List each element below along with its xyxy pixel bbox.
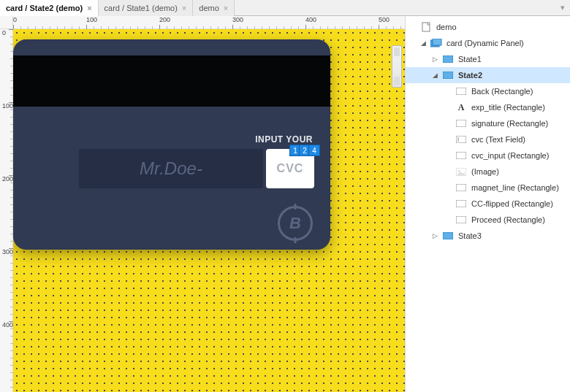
shape-icon: [455, 134, 467, 145]
outline-label: (Image): [470, 167, 499, 176]
outline-label: demo: [435, 23, 457, 31]
bitcoin-logo-icon: B: [278, 206, 313, 241]
outline-item-ccf[interactable]: CC-flipped (Rectangle): [406, 196, 570, 212]
main-split: 0100200300400500 0100200300400500 INPUT …: [0, 16, 570, 392]
tab-state2[interactable]: card / State2 (demo) ×: [0, 0, 99, 16]
canvas-pane: 0100200300400500 0100200300400500 INPUT …: [0, 16, 406, 392]
svg-point-11: [458, 169, 460, 172]
shape-icon: [455, 118, 467, 128]
outline-label: Back (Rectangle): [470, 87, 533, 96]
ruler-tick: 400: [2, 321, 13, 328]
ruler-tick: 200: [159, 16, 170, 23]
signature-box[interactable]: Mr.Doe-: [79, 149, 263, 188]
page-icon: [420, 22, 432, 32]
svg-rect-3: [443, 55, 453, 63]
svg-rect-12: [456, 184, 466, 191]
expand-toggle-icon[interactable]: ▷: [430, 55, 439, 63]
shape-icon: [455, 182, 467, 193]
logo-letter: B: [289, 214, 301, 233]
outline-item-img[interactable]: (Image): [406, 164, 570, 180]
ruler-tick: 0: [2, 29, 6, 36]
outline-item-cvci[interactable]: cvc_input (Rectangle): [406, 147, 570, 164]
credit-card[interactable]: INPUT YOUR Mr.Doe- CVC 1 2 4 B: [13, 39, 330, 250]
outline-label: Proceed (Rectangle): [470, 215, 545, 224]
state-icon: [442, 70, 454, 80]
ruler-horizontal[interactable]: 0100200300400500: [13, 16, 405, 29]
shape-icon: [455, 150, 467, 161]
ruler-tick: 300: [2, 248, 13, 255]
tab-bar: card / State2 (demo) × card / State1 (de…: [0, 0, 570, 16]
ruler-tick: 100: [86, 16, 97, 23]
close-icon[interactable]: ×: [87, 4, 91, 12]
cvc-placeholder: CVC: [277, 162, 304, 175]
shape-icon: [455, 86, 467, 96]
interaction-badges: 1 2 4: [292, 145, 320, 156]
svg-rect-6: [456, 120, 466, 127]
svg-rect-9: [456, 152, 466, 159]
svg-rect-4: [443, 72, 453, 79]
outline-root-page[interactable]: demo: [406, 19, 570, 35]
state-icon: [442, 54, 454, 64]
close-icon[interactable]: ×: [182, 4, 186, 12]
outline-item-exp[interactable]: Aexp_title (Rectangle): [406, 99, 570, 115]
outline-dynamic-panel[interactable]: ◢ card (Dynamic Panel): [406, 35, 570, 51]
svg-rect-7: [456, 136, 466, 143]
ruler-tick: 200: [2, 175, 13, 182]
app-root: card / State2 (demo) × card / State1 (de…: [0, 0, 570, 392]
svg-rect-13: [456, 200, 466, 207]
canvas-viewport[interactable]: INPUT YOUR Mr.Doe- CVC 1 2 4 B: [13, 29, 405, 392]
ruler-tick: 400: [305, 16, 316, 23]
exp-title-label: INPUT YOUR: [255, 134, 313, 145]
shape-icon: [455, 215, 467, 225]
collapse-toggle-icon[interactable]: ◢: [419, 39, 428, 47]
ruler-tick: 0: [13, 16, 17, 23]
tab-label: demo: [199, 4, 219, 12]
outline-label: exp_title (Rectangle): [470, 103, 545, 112]
outline-item-prc[interactable]: Proceed (Rectangle): [406, 212, 570, 228]
ruler-tick: 300: [232, 16, 243, 23]
outline-label: State2: [457, 71, 482, 80]
svg-rect-15: [443, 232, 453, 239]
outline-item-sig[interactable]: signature (Rectangle): [406, 115, 570, 131]
ruler-vertical[interactable]: 0100200300400500: [0, 29, 13, 392]
outline-label: CC-flipped (Rectangle): [470, 199, 553, 208]
outline-label: cvc_input (Rectangle): [470, 151, 549, 160]
shape-icon: [455, 199, 467, 209]
close-icon[interactable]: ×: [224, 4, 228, 12]
outline-label: card (Dynamic Panel): [445, 39, 524, 47]
tab-state1[interactable]: card / State1 (demo) ×: [99, 0, 194, 16]
scrollbar-vertical[interactable]: [392, 45, 402, 88]
svg-rect-5: [456, 88, 466, 95]
shape-icon: [455, 166, 467, 177]
outline-state1[interactable]: ▷ State1: [406, 51, 570, 67]
tab-label: card / State2 (demo): [6, 4, 83, 12]
collapse-toggle-icon[interactable]: ◢: [430, 72, 439, 79]
ruler-corner: [0, 16, 13, 29]
outline-item-mag[interactable]: magnet_line (Rectangle): [406, 180, 570, 196]
state-icon: [442, 231, 454, 241]
tab-overflow-arrow[interactable]: ▾: [555, 3, 570, 12]
outline-label: magnet_line (Rectangle): [470, 183, 559, 192]
svg-rect-0: [422, 23, 430, 31]
outline-label: State3: [457, 231, 482, 240]
text-icon: A: [455, 102, 467, 112]
magnet-stripe: [13, 55, 330, 107]
outline-label: signature (Rectangle): [470, 119, 548, 128]
dynamic-panel-icon: [430, 38, 442, 48]
expand-toggle-icon[interactable]: ▷: [430, 232, 439, 239]
outline-label: State1: [457, 55, 482, 64]
outline-item-back[interactable]: Back (Rectangle): [406, 83, 570, 99]
tab-demo[interactable]: demo ×: [193, 0, 235, 16]
svg-rect-2: [433, 39, 441, 45]
tab-label: card / State1 (demo): [104, 4, 178, 12]
outline-panel: demo ◢ card (Dynamic Panel) ▷ State1 ◢: [406, 16, 570, 392]
signature-text: Mr.Doe-: [140, 158, 202, 179]
ruler-tick: 100: [2, 102, 13, 109]
outline-state2[interactable]: ◢ State2: [406, 67, 570, 83]
outline-item-cvc[interactable]: cvc (Text Field): [406, 131, 570, 147]
interaction-badge[interactable]: 4: [308, 145, 320, 156]
svg-rect-14: [456, 216, 466, 223]
outline-state3[interactable]: ▷ State3: [406, 228, 570, 244]
outline-label: cvc (Text Field): [470, 135, 525, 144]
ruler-tick: 500: [379, 16, 390, 23]
